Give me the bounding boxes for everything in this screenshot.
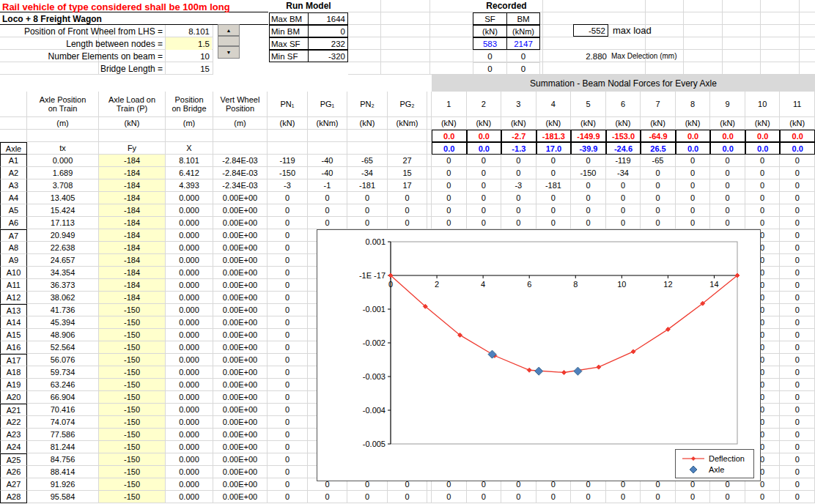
svg-text:-0.003: -0.003 — [363, 372, 386, 381]
pg2-cell: 17 — [388, 179, 427, 192]
node-cell: 0 — [780, 204, 815, 217]
pn1-cell: 0 — [268, 304, 308, 316]
tx-cell: 38.062 — [27, 292, 99, 304]
sub-header-cell — [308, 142, 347, 155]
node-cell: 0 — [467, 179, 502, 192]
node-cell: 0 — [432, 192, 467, 204]
svg-text:10: 10 — [617, 280, 626, 289]
tx-cell: 15.424 — [27, 204, 99, 217]
deflection-chart-canvas: 0.001-1E -17-0.001-0.002-0.003-0.004-0.0… — [317, 230, 759, 479]
node-column-header: 2 — [467, 92, 502, 117]
recorded-header-sf: SF — [473, 12, 507, 25]
tx-cell: 0.000 — [27, 155, 99, 167]
tx-cell: 84.756 — [27, 453, 99, 466]
node-cell: 0 — [780, 242, 815, 254]
pn1-cell: 0 — [268, 204, 308, 217]
node-unit-cell: (kN) — [432, 117, 467, 130]
gridline — [213, 25, 213, 75]
position-on-bridge-cell: 0.000 — [166, 478, 213, 491]
pn2-cell: -34 — [347, 167, 388, 179]
vert-wheel-cell: 0.00E+00 — [213, 304, 268, 316]
axle-id-cell: A5 — [0, 204, 27, 217]
tx-cell: 34.354 — [27, 267, 99, 279]
node-cell: 0 — [780, 229, 815, 242]
fy-cell: -150 — [99, 366, 166, 379]
node-cell: 0 — [571, 491, 606, 503]
svg-text:-0.001: -0.001 — [363, 305, 386, 314]
node-cell: 0 — [780, 491, 815, 503]
node-column-header: 11 — [780, 92, 815, 117]
node-unit-cell: (kN) — [641, 117, 676, 130]
summary-blue-cell: -24.6 — [606, 142, 641, 155]
node-cell: 0 — [780, 254, 815, 267]
svg-text:0.001: 0.001 — [365, 237, 386, 246]
svg-text:8: 8 — [573, 280, 578, 289]
node-cell: 0 — [780, 316, 815, 329]
position-on-bridge-cell: 0.000 — [166, 341, 213, 354]
pn1-cell: -3 — [268, 179, 308, 192]
spinner-track[interactable] — [218, 36, 240, 46]
pn1-cell: 0 — [268, 267, 308, 279]
fy-cell: -184 — [99, 204, 166, 217]
position-on-bridge-cell: 0.000 — [166, 316, 213, 329]
node-unit-cell: (kN) — [467, 117, 502, 130]
recorded-extra-cell: 0 — [506, 50, 540, 62]
front-wheel-position-value[interactable]: 8.101 — [166, 25, 212, 37]
node-cell: 0 — [780, 329, 815, 341]
summary-red-cell: -181.3 — [536, 130, 572, 142]
svg-text:0: 0 — [388, 280, 393, 289]
run-model-value: 1644 — [308, 12, 348, 25]
node-cell: 0 — [745, 204, 781, 217]
pg1-cell: 0 — [308, 192, 347, 204]
vert-wheel-cell: 0.00E+00 — [213, 279, 268, 292]
vert-wheel-cell: 0.00E+00 — [213, 441, 268, 453]
position-on-bridge-cell: 0.000 — [166, 491, 213, 503]
pg1-cell: 0 — [308, 491, 347, 503]
node-cell: -181 — [536, 179, 572, 192]
summary-blue-cell: 0.0 — [432, 142, 467, 155]
position-on-bridge-cell: 0.000 — [166, 254, 213, 267]
sub-header-cell: Fy — [99, 142, 166, 155]
pn1-cell: 0 — [268, 416, 308, 429]
node-column-header: 9 — [710, 92, 745, 117]
fy-cell: -184 — [99, 242, 166, 254]
fy-cell: -150 — [99, 491, 166, 503]
summary-blue-cell: 0.0 — [780, 142, 815, 155]
unit-cell: (kN) — [268, 117, 308, 130]
column-header: PN₁ — [268, 92, 308, 117]
fy-cell: -150 — [99, 379, 166, 391]
node-cell: 0 — [745, 167, 781, 179]
pn1-cell: 0 — [268, 217, 308, 229]
position-on-bridge-cell: 0.000 — [166, 242, 213, 254]
node-cell: 0 — [432, 217, 467, 229]
node-cell: 0 — [606, 179, 641, 192]
spinner-down-button[interactable]: ▼ — [218, 46, 240, 59]
node-cell: 0 — [641, 179, 676, 192]
pn1-cell: 0 — [268, 242, 308, 254]
node-cell: 0 — [641, 192, 676, 204]
tx-cell: 13.405 — [27, 192, 99, 204]
node-cell: 0 — [780, 366, 815, 379]
pn1-cell: 0 — [268, 341, 308, 354]
fy-cell: -150 — [99, 453, 166, 466]
legend-label-axle: Axle — [709, 465, 724, 474]
node-cell: 0 — [780, 292, 815, 304]
pn1-cell: 0 — [268, 404, 308, 416]
num-elements-value[interactable]: 10 — [166, 50, 212, 62]
svg-text:2: 2 — [435, 280, 439, 289]
node-length-value[interactable]: 1.5 — [166, 37, 212, 50]
position-on-bridge-cell: 0.000 — [166, 379, 213, 391]
node-cell: 0 — [780, 279, 815, 292]
node-cell: 0 — [710, 192, 745, 204]
axle-header-cell: Axle — [0, 142, 27, 155]
vert-wheel-cell: 0.00E+00 — [213, 453, 268, 466]
pn1-cell: 0 — [268, 366, 308, 379]
vert-wheel-cell: 0.00E+00 — [213, 254, 268, 267]
bridge-length-value[interactable]: 15 — [166, 62, 212, 75]
spinner-up-button[interactable]: ▲ — [218, 24, 240, 36]
pn2-cell: 0 — [347, 204, 388, 217]
vert-wheel-cell: 0.00E+00 — [213, 491, 268, 503]
legend-entry-deflection: Deflection — [682, 454, 753, 463]
node-cell: 0 — [606, 217, 641, 229]
run-model-value: 0 — [308, 25, 348, 37]
